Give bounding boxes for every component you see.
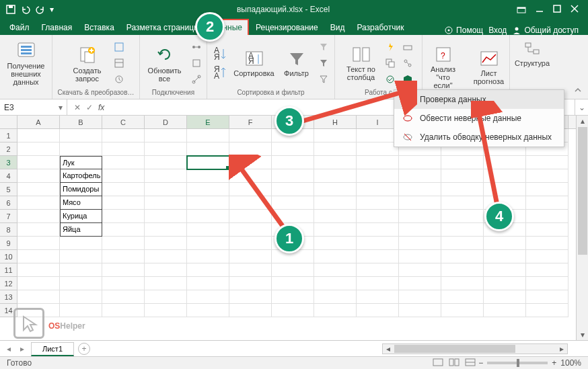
cell[interactable]: [187, 183, 229, 196]
row-11[interactable]: 11: [0, 263, 17, 277]
cell[interactable]: [357, 196, 399, 210]
cell[interactable]: [145, 142, 187, 156]
cell[interactable]: [441, 277, 484, 290]
tab-pagelayout[interactable]: Разметка страницы: [121, 20, 205, 35]
cell[interactable]: [102, 250, 145, 263]
expand-formula-bar-icon[interactable]: ⌄: [575, 99, 588, 115]
name-box[interactable]: E3 ▾: [0, 99, 67, 115]
tab-review[interactable]: Рецензирование: [250, 20, 324, 35]
cell[interactable]: [314, 183, 357, 196]
cell[interactable]: [357, 156, 399, 169]
sheet-nav-next-icon[interactable]: ▸: [17, 344, 27, 354]
cell[interactable]: [441, 237, 484, 250]
cell[interactable]: Мясо: [60, 196, 102, 210]
cell[interactable]: [102, 183, 145, 196]
cell[interactable]: [60, 142, 102, 156]
close-icon[interactable]: [571, 5, 579, 14]
cell[interactable]: [272, 142, 314, 156]
row-10[interactable]: 10: [0, 250, 17, 263]
cell[interactable]: [399, 263, 441, 277]
row-12[interactable]: 12: [0, 277, 17, 290]
save-icon[interactable]: [5, 4, 16, 15]
cell[interactable]: [145, 210, 187, 223]
row-2[interactable]: 2: [0, 142, 17, 156]
cell[interactable]: [399, 196, 441, 210]
cell[interactable]: [60, 129, 102, 142]
cell[interactable]: [357, 142, 399, 156]
cell[interactable]: [102, 156, 145, 169]
cell[interactable]: [272, 277, 314, 290]
cell[interactable]: [526, 169, 568, 183]
cell[interactable]: [314, 156, 357, 169]
cell[interactable]: [357, 129, 399, 142]
redo-icon[interactable]: [35, 4, 46, 15]
cell[interactable]: [145, 129, 187, 142]
cell[interactable]: [17, 277, 60, 290]
cell[interactable]: [17, 223, 60, 237]
cell[interactable]: [272, 304, 314, 317]
filter-button[interactable]: Фильтр: [280, 48, 314, 79]
cell[interactable]: [526, 304, 568, 317]
cell[interactable]: Помидоры: [60, 183, 102, 196]
tab-insert[interactable]: Вставка: [79, 20, 120, 35]
row-5[interactable]: 5: [0, 183, 17, 196]
cell[interactable]: [187, 263, 229, 277]
col-D[interactable]: D: [145, 116, 187, 128]
sort-za-icon[interactable]: ЯA: [211, 64, 229, 81]
cell[interactable]: [399, 250, 441, 263]
fx-icon[interactable]: fx: [98, 103, 104, 112]
vertical-scrollbar[interactable]: ▴ ▾: [576, 116, 588, 340]
cell[interactable]: [357, 250, 399, 263]
show-queries-icon[interactable]: [112, 40, 126, 54]
cell[interactable]: [187, 237, 229, 250]
qat-customize-icon[interactable]: ▾: [50, 5, 54, 14]
col-B[interactable]: B: [60, 116, 102, 128]
cell[interactable]: [484, 237, 526, 250]
cell[interactable]: [314, 290, 357, 304]
cell[interactable]: [60, 263, 102, 277]
cell[interactable]: [102, 304, 145, 317]
cell[interactable]: [17, 142, 60, 156]
col-C[interactable]: C: [102, 116, 145, 128]
cell[interactable]: [102, 290, 145, 304]
tab-developer[interactable]: Разработчик: [351, 20, 409, 35]
consolidate-icon[interactable]: [400, 40, 415, 54]
cell[interactable]: [60, 250, 102, 263]
cell[interactable]: [441, 304, 484, 317]
cell[interactable]: [314, 304, 357, 317]
cell[interactable]: [484, 277, 526, 290]
cell[interactable]: [102, 210, 145, 223]
row-13[interactable]: 13: [0, 290, 17, 304]
cell[interactable]: [399, 237, 441, 250]
cell[interactable]: [102, 223, 145, 237]
cell[interactable]: [187, 290, 229, 304]
horizontal-scrollbar[interactable]: ◂ ▸: [382, 343, 568, 354]
cell[interactable]: [17, 156, 60, 169]
cell[interactable]: [17, 290, 60, 304]
undo-icon[interactable]: [20, 4, 31, 15]
cell[interactable]: [145, 223, 187, 237]
new-query-button[interactable]: Создать запрос: [66, 42, 109, 84]
cell[interactable]: [441, 250, 484, 263]
relationships-icon[interactable]: [400, 56, 415, 70]
structure-button[interactable]: Структура: [511, 38, 554, 69]
cell[interactable]: [526, 196, 568, 210]
cell[interactable]: [484, 304, 526, 317]
cell[interactable]: [526, 277, 568, 290]
cell[interactable]: [145, 250, 187, 263]
row-4[interactable]: 4: [0, 169, 17, 183]
name-box-dropdown-icon[interactable]: ▾: [59, 103, 63, 112]
select-all-corner[interactable]: [0, 116, 17, 128]
cell[interactable]: Картофель: [60, 169, 102, 183]
recent-sources-icon[interactable]: [112, 73, 126, 86]
cell[interactable]: [357, 277, 399, 290]
cell[interactable]: [102, 196, 145, 210]
row-6[interactable]: 6: [0, 196, 17, 210]
scroll-down-icon[interactable]: ▾: [577, 329, 588, 340]
cell[interactable]: [102, 142, 145, 156]
row-3[interactable]: 3: [0, 156, 17, 169]
remove-duplicates-icon[interactable]: [383, 56, 398, 70]
cell[interactable]: [399, 277, 441, 290]
cell[interactable]: [357, 210, 399, 223]
cell[interactable]: [399, 210, 441, 223]
